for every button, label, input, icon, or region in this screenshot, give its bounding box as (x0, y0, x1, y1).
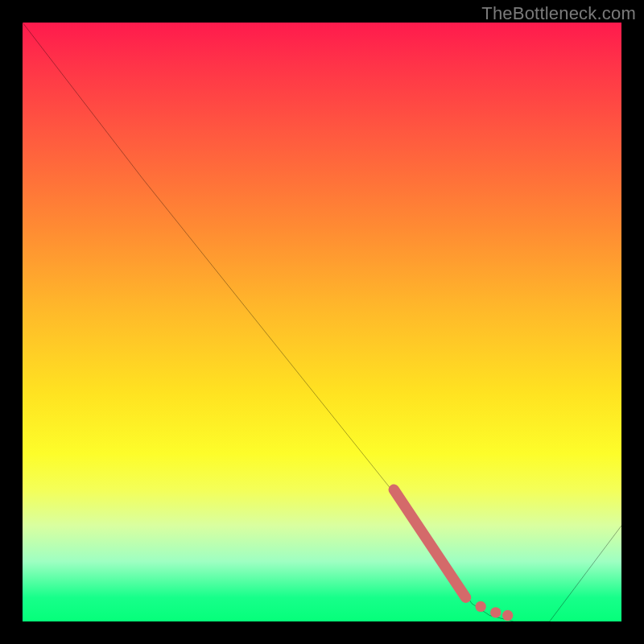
plot-area (23, 23, 621, 621)
optimal-range-dot (490, 607, 501, 617)
chart-frame: TheBottleneck.com (0, 0, 644, 644)
optimal-range-thick (394, 489, 465, 597)
optimal-range-dots (475, 601, 513, 621)
watermark-text: TheBottleneck.com (481, 3, 636, 24)
optimal-range-dot (502, 610, 513, 621)
bottleneck-curve (23, 23, 621, 621)
optimal-range-dot (475, 601, 485, 612)
chart-svg (23, 23, 621, 621)
